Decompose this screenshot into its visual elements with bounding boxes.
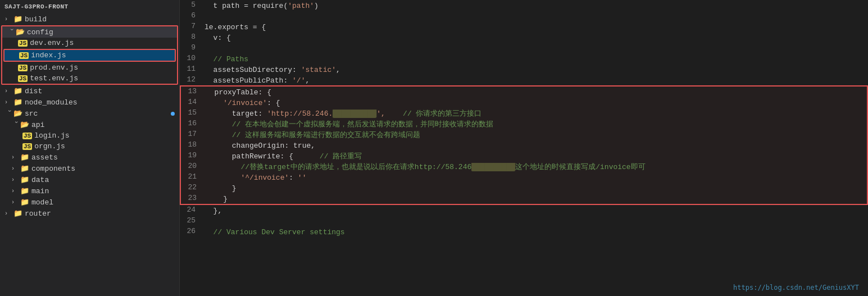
code-editor: 5 t path = require('path') 6 7 le.export… [180, 0, 868, 296]
js-icon-login: JS [22, 133, 32, 139]
code-line-25: 25 [180, 216, 868, 226]
line-number-16: 16 [181, 119, 206, 129]
sidebar-label-components: components [31, 165, 75, 173]
line-content-22: } [206, 183, 867, 193]
code-line-18: 18 changeOrigin: true, [181, 140, 867, 151]
sidebar-label-prod-env-js: prod.env.js [30, 63, 78, 72]
sidebar-label-test-env-js: test.env.js [30, 74, 78, 83]
line-content-14: '/invoice': { [206, 97, 867, 108]
line-number-26: 26 [180, 226, 204, 237]
folder-icon-build: 📁 [13, 15, 22, 24]
sidebar-label-assets: assets [31, 153, 58, 162]
folder-icon-node-modules: 📁 [13, 98, 22, 107]
js-icon-orgn: JS [22, 143, 32, 150]
sidebar-label-model: model [31, 198, 53, 207]
folder-icon-assets: 📁 [20, 153, 29, 162]
sidebar-item-test-env-js[interactable]: JS test.env.js [2, 73, 177, 84]
folder-icon-main: 📁 [20, 186, 29, 195]
sidebar-item-login-js[interactable]: JS login.js [0, 130, 179, 141]
sidebar-item-node-modules[interactable]: › 📁 node_modules [0, 97, 179, 108]
sidebar-label-node-modules: node_modules [25, 98, 78, 107]
collapse-arrow-build: › [4, 16, 13, 22]
code-line-16: 16 // 在本地会创建一个虚拟服务端，然后发送请求的数据，并同时接收请求的数据 [181, 119, 867, 129]
code-line-15: 15 target: 'http://58.246.██████████', /… [181, 108, 867, 119]
sidebar-item-router[interactable]: › 📁 router [0, 208, 179, 219]
watermark: https://blog.csdn.net/GeniusXYT [733, 284, 859, 292]
collapse-arrow-assets: › [11, 154, 20, 161]
code-line-26: 26 // Various Dev Server settings [180, 226, 868, 237]
line-content-9 [204, 43, 868, 53]
sidebar-item-build[interactable]: › 📁 build [0, 13, 179, 25]
code-line-13: 13 proxyTable: { [181, 86, 867, 97]
line-number-21: 21 [181, 172, 206, 183]
line-content-15: target: 'http://58.246.██████████', // 你… [206, 108, 867, 119]
sidebar-item-assets[interactable]: › 📁 assets [0, 152, 179, 163]
src-modified-badge [171, 112, 175, 116]
line-number-12: 12 [180, 75, 204, 85]
line-number-10: 10 [180, 53, 204, 64]
sidebar-item-components[interactable]: › 📁 components [0, 163, 179, 174]
line-number-17: 17 [181, 129, 206, 140]
collapse-arrow-router: › [4, 211, 13, 217]
sidebar-label-dev-env-js: dev.env.js [30, 39, 74, 47]
line-content-25 [204, 216, 868, 226]
line-number-14: 14 [181, 97, 206, 108]
line-content-11: assetsSubDirectory: 'static', [204, 64, 868, 75]
sidebar-label-orgn-js: orgn.js [34, 142, 65, 151]
sidebar-label-config: config [27, 28, 53, 37]
line-content-26: // Various Dev Server settings [204, 226, 868, 237]
line-content-23: } [206, 193, 867, 204]
folder-icon-model: 📁 [20, 198, 29, 207]
line-number-11: 11 [180, 64, 204, 75]
line-content-13: proxyTable: { [206, 86, 867, 97]
code-line-19: 19 pathRewrite: { // 路径重写 [181, 151, 867, 161]
code-line-21: 21 '^/invoice': '' [181, 172, 867, 183]
line-number-20: 20 [181, 161, 206, 172]
folder-icon-src: 📂 [13, 109, 22, 118]
line-content-18: changeOrigin: true, [206, 140, 867, 151]
collapse-arrow-api: › [13, 120, 19, 129]
sidebar-item-src[interactable]: › 📂 src [0, 108, 179, 119]
sidebar-label-data: data [31, 176, 49, 184]
line-content-19: pathRewrite: { // 路径重写 [206, 151, 867, 161]
line-content-24: }, [204, 205, 868, 216]
line-content-8: v: { [204, 32, 868, 43]
line-content-17: // 这样服务端和服务端进行数据的交互就不会有跨域问题 [206, 129, 867, 140]
line-content-16: // 在本地会创建一个虚拟服务端，然后发送请求的数据，并同时接收请求的数据 [206, 119, 867, 129]
line-content-21: '^/invoice': '' [206, 172, 867, 183]
collapse-arrow-model: › [11, 199, 20, 206]
collapse-arrow-components: › [11, 166, 20, 172]
code-line-23: 23 } [181, 193, 867, 204]
line-number-15: 15 [181, 108, 206, 119]
sidebar-item-dist[interactable]: › 📁 dist [0, 85, 179, 97]
sidebar-item-main[interactable]: › 📁 main [0, 185, 179, 197]
line-number-5: 5 [180, 0, 204, 11]
collapse-arrow-config: › [8, 28, 15, 37]
sidebar-item-api[interactable]: › 📂 api [0, 119, 179, 130]
sidebar-label-index-js: index.js [31, 51, 66, 60]
sidebar-label-login-js: login.js [34, 131, 69, 140]
folder-icon-router: 📁 [13, 209, 22, 218]
sidebar-item-orgn-js[interactable]: JS orgn.js [0, 141, 179, 152]
code-table-redbox: 13 proxyTable: { 14 '/invoice': { 15 tar… [181, 86, 867, 204]
sidebar-label-router: router [25, 210, 51, 218]
folder-icon-config: 📂 [16, 28, 25, 37]
line-number-7: 7 [180, 21, 204, 32]
code-table-after: 24 }, 25 26 // Various Dev Server settin… [180, 205, 868, 237]
js-icon-test-env: JS [18, 75, 28, 82]
sidebar-item-dev-env-js[interactable]: JS dev.env.js [2, 38, 177, 48]
sidebar-label-api: api [31, 121, 44, 129]
collapse-arrow-dist: › [4, 88, 13, 94]
sidebar-item-model[interactable]: › 📁 model [0, 197, 179, 208]
sidebar-item-prod-env-js[interactable]: JS prod.env.js [2, 62, 177, 73]
line-content-10: // Paths [204, 53, 868, 64]
line-number-8: 8 [180, 32, 204, 43]
sidebar-item-data[interactable]: › 📁 data [0, 174, 179, 185]
collapse-arrow-data: › [11, 177, 20, 183]
sidebar-item-index-js[interactable]: JS index.js [4, 50, 175, 61]
folder-icon-components: 📁 [20, 164, 29, 173]
sidebar-item-config[interactable]: › 📂 config [2, 26, 177, 38]
line-number-18: 18 [181, 140, 206, 151]
line-number-25: 25 [180, 216, 204, 226]
collapse-arrow-node-modules: › [4, 99, 13, 106]
